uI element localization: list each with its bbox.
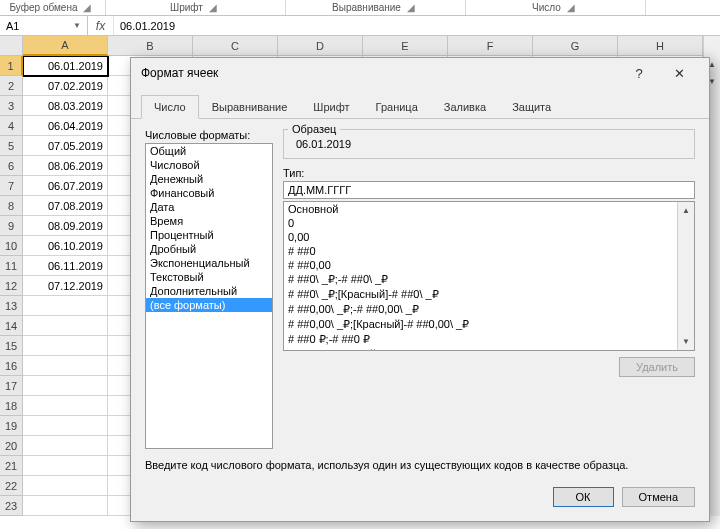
cell[interactable] [23, 456, 108, 476]
format-category-item[interactable]: Числовой [146, 158, 272, 172]
column-header[interactable]: E [363, 36, 448, 56]
format-category-item[interactable]: Общий [146, 144, 272, 158]
cell[interactable]: 08.03.2019 [23, 96, 108, 116]
format-category-item[interactable]: Время [146, 214, 272, 228]
dialog-titlebar[interactable]: Формат ячеек ? ✕ [131, 58, 709, 88]
dialog-launcher-icon[interactable]: ◢ [209, 2, 221, 13]
row-header[interactable]: 15 [0, 336, 23, 356]
row-header[interactable]: 11 [0, 256, 23, 276]
format-code-item[interactable]: Основной [284, 202, 677, 216]
format-code-item[interactable]: 0,00 [284, 230, 677, 244]
format-code-item[interactable]: # ##0\ _₽;-# ##0\ _₽ [284, 272, 677, 287]
format-code-item[interactable]: # ##0 ₽;[Красный]-# ##0 ₽ [284, 347, 677, 350]
dialog-launcher-icon[interactable]: ◢ [567, 2, 579, 13]
cell[interactable]: 08.06.2019 [23, 156, 108, 176]
column-header[interactable]: C [193, 36, 278, 56]
row-header[interactable]: 7 [0, 176, 23, 196]
dialog-launcher-icon[interactable]: ◢ [407, 2, 419, 13]
cell[interactable] [23, 356, 108, 376]
dialog-tab[interactable]: Выравнивание [199, 95, 301, 119]
row-header[interactable]: 9 [0, 216, 23, 236]
row-header[interactable]: 1 [0, 56, 23, 76]
format-code-item[interactable]: # ##0,00 [284, 258, 677, 272]
row-header[interactable]: 8 [0, 196, 23, 216]
cell[interactable] [23, 376, 108, 396]
format-code-list[interactable]: Основной00,00# ##0# ##0,00# ##0\ _₽;-# #… [284, 202, 677, 350]
format-category-item[interactable]: (все форматы) [146, 298, 272, 312]
scroll-up-icon[interactable]: ▲ [678, 202, 694, 219]
format-code-item[interactable]: # ##0\ _₽;[Красный]-# ##0\ _₽ [284, 287, 677, 302]
format-code-item[interactable]: # ##0 [284, 244, 677, 258]
delete-button[interactable]: Удалить [619, 357, 695, 377]
cell[interactable] [23, 436, 108, 456]
format-category-item[interactable]: Процентный [146, 228, 272, 242]
column-header[interactable]: B [108, 36, 193, 56]
cell[interactable] [23, 476, 108, 496]
format-category-item[interactable]: Финансовый [146, 186, 272, 200]
row-header[interactable]: 10 [0, 236, 23, 256]
cell[interactable] [23, 316, 108, 336]
format-code-item[interactable]: 0 [284, 216, 677, 230]
format-category-item[interactable]: Денежный [146, 172, 272, 186]
row-header[interactable]: 14 [0, 316, 23, 336]
chevron-down-icon[interactable]: ▼ [73, 21, 81, 30]
help-button[interactable]: ? [619, 58, 659, 88]
cell[interactable]: 06.04.2019 [23, 116, 108, 136]
row-header[interactable]: 6 [0, 156, 23, 176]
row-header[interactable]: 17 [0, 376, 23, 396]
dialog-tab[interactable]: Заливка [431, 95, 499, 119]
cell[interactable] [23, 336, 108, 356]
type-input[interactable] [283, 181, 695, 199]
row-header[interactable]: 18 [0, 396, 23, 416]
format-code-item[interactable]: # ##0,00\ _₽;[Красный]-# ##0,00\ _₽ [284, 317, 677, 332]
name-box[interactable]: A1 ▼ [0, 16, 88, 35]
cell[interactable]: 06.11.2019 [23, 256, 108, 276]
cell[interactable] [23, 416, 108, 436]
cell[interactable] [23, 496, 108, 516]
format-category-item[interactable]: Текстовый [146, 270, 272, 284]
formula-input[interactable]: 06.01.2019 [114, 16, 720, 35]
ok-button[interactable]: ОК [553, 487, 614, 507]
format-category-item[interactable]: Экспоненциальный [146, 256, 272, 270]
scroll-down-icon[interactable]: ▼ [678, 333, 694, 350]
cell[interactable]: 07.05.2019 [23, 136, 108, 156]
format-code-item[interactable]: # ##0 ₽;-# ##0 ₽ [284, 332, 677, 347]
row-header[interactable]: 19 [0, 416, 23, 436]
row-header[interactable]: 22 [0, 476, 23, 496]
select-all-corner[interactable] [0, 36, 23, 56]
row-header[interactable]: 13 [0, 296, 23, 316]
dialog-tab[interactable]: Защита [499, 95, 564, 119]
format-code-item[interactable]: # ##0,00\ _₽;-# ##0,00\ _₽ [284, 302, 677, 317]
row-header[interactable]: 3 [0, 96, 23, 116]
format-category-list[interactable]: ОбщийЧисловойДенежныйФинансовыйДатаВремя… [145, 143, 273, 449]
dialog-tab[interactable]: Шрифт [300, 95, 362, 119]
dialog-launcher-icon[interactable]: ◢ [83, 2, 95, 13]
column-header[interactable]: H [618, 36, 703, 56]
column-header[interactable]: A [23, 36, 108, 56]
cell[interactable]: 07.08.2019 [23, 196, 108, 216]
cancel-button[interactable]: Отмена [622, 487, 695, 507]
fx-icon[interactable]: fx [88, 16, 114, 35]
column-header[interactable]: G [533, 36, 618, 56]
row-header[interactable]: 16 [0, 356, 23, 376]
row-header[interactable]: 4 [0, 116, 23, 136]
row-header[interactable]: 12 [0, 276, 23, 296]
row-header[interactable]: 5 [0, 136, 23, 156]
cell[interactable]: 06.01.2019 [23, 56, 108, 76]
list-scrollbar[interactable]: ▲ ▼ [677, 202, 694, 350]
cell[interactable]: 08.09.2019 [23, 216, 108, 236]
cell[interactable]: 06.10.2019 [23, 236, 108, 256]
column-header[interactable]: D [278, 36, 363, 56]
close-button[interactable]: ✕ [659, 58, 699, 88]
row-header[interactable]: 2 [0, 76, 23, 96]
cell[interactable]: 06.07.2019 [23, 176, 108, 196]
format-category-item[interactable]: Дополнительный [146, 284, 272, 298]
cell[interactable]: 07.02.2019 [23, 76, 108, 96]
row-header[interactable]: 23 [0, 496, 23, 516]
column-header[interactable]: F [448, 36, 533, 56]
cell[interactable] [23, 296, 108, 316]
cell[interactable] [23, 396, 108, 416]
row-header[interactable]: 20 [0, 436, 23, 456]
dialog-tab[interactable]: Граница [363, 95, 431, 119]
cell[interactable]: 07.12.2019 [23, 276, 108, 296]
